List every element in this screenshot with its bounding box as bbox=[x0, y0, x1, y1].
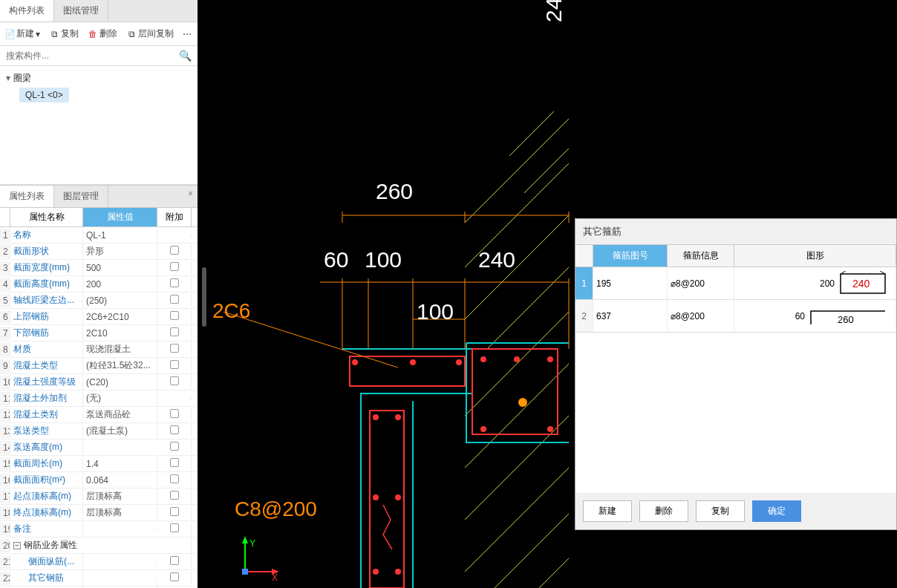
dlg-row-info[interactable]: ⌀8@200 bbox=[668, 267, 734, 299]
prop-value[interactable]: 2C6+2C10 bbox=[83, 310, 157, 324]
prop-value[interactable]: 泵送商品砼 bbox=[83, 407, 157, 422]
delete-button[interactable]: 🗑删除 bbox=[85, 25, 120, 42]
prop-group[interactable]: −钢筋业务属性 bbox=[10, 538, 192, 553]
prop-value[interactable]: 500 bbox=[83, 261, 157, 275]
property-row[interactable]: 6 上部钢筋 2C6+2C10 bbox=[0, 309, 198, 325]
prop-check[interactable] bbox=[157, 277, 192, 291]
prop-value[interactable]: 现浇混凝土 bbox=[83, 342, 157, 357]
prop-value[interactable] bbox=[83, 577, 157, 580]
property-row[interactable]: 14 泵送高度(m) bbox=[0, 440, 198, 456]
prop-check[interactable] bbox=[157, 424, 192, 438]
prop-value[interactable]: (C20) bbox=[83, 376, 157, 389]
property-row[interactable]: 4 截面高度(mm) 200 bbox=[0, 276, 198, 293]
property-row[interactable]: 19 备注 bbox=[0, 521, 198, 538]
prop-check[interactable] bbox=[157, 457, 192, 471]
prop-value[interactable]: 层顶标高 bbox=[83, 505, 157, 520]
property-row[interactable]: 13 泵送类型 (混凝土泵) bbox=[0, 423, 198, 440]
stirrup-row[interactable]: 2 637 ⌀8@200 60 260 bbox=[575, 300, 896, 333]
dlg-row-shape[interactable]: 60 260 bbox=[734, 300, 896, 332]
tab-properties[interactable]: 属性列表 bbox=[0, 186, 54, 207]
property-row[interactable]: 16 截面面积(m²) 0.064 bbox=[0, 472, 198, 489]
prop-check[interactable] bbox=[157, 397, 192, 400]
prop-check[interactable] bbox=[157, 261, 192, 275]
prop-value[interactable]: 层顶标高 bbox=[83, 489, 157, 504]
prop-value[interactable]: (250) bbox=[83, 294, 157, 307]
floor-copy-button[interactable]: ⧉层间复制 bbox=[123, 25, 177, 42]
prop-check[interactable] bbox=[157, 244, 192, 258]
prop-value[interactable]: 200 bbox=[83, 278, 157, 291]
dlg-copy-button[interactable]: 复制 bbox=[696, 500, 745, 522]
prop-check[interactable] bbox=[157, 555, 192, 569]
prop-value[interactable]: (无) bbox=[83, 391, 157, 406]
more-button[interactable]: ⋯ bbox=[180, 27, 195, 42]
prop-value[interactable] bbox=[83, 528, 157, 531]
prop-value[interactable]: 0.064 bbox=[83, 474, 157, 487]
prop-value[interactable] bbox=[83, 446, 157, 449]
property-row[interactable]: 9 混凝土类型 (粒径31.5砼32... bbox=[0, 358, 198, 374]
prop-value[interactable]: (粒径31.5砼32... bbox=[83, 358, 157, 373]
prop-check[interactable] bbox=[157, 522, 192, 536]
property-row[interactable]: 7 下部钢筋 2C10 bbox=[0, 325, 198, 342]
dlg-row-id[interactable]: 637 bbox=[593, 300, 668, 332]
dlg-row-shape[interactable]: 200 240 bbox=[734, 267, 896, 299]
property-row[interactable]: 2 截面形状 异形 bbox=[0, 244, 198, 260]
prop-check[interactable] bbox=[157, 375, 192, 389]
prop-check[interactable] bbox=[157, 408, 192, 422]
prop-check[interactable] bbox=[157, 506, 192, 520]
dlg-row-id[interactable]: 195 bbox=[593, 267, 668, 299]
collapse-icon[interactable]: − bbox=[13, 542, 21, 549]
property-row[interactable]: 18 终点顶标高(m) 层顶标高 bbox=[0, 505, 198, 521]
property-row[interactable]: 3 截面宽度(mm) 500 bbox=[0, 260, 198, 276]
prop-value[interactable]: 2C10 bbox=[83, 327, 157, 340]
close-icon[interactable]: × bbox=[188, 189, 193, 199]
prop-check[interactable] bbox=[157, 489, 192, 503]
prop-value[interactable]: 1.4 bbox=[83, 457, 157, 471]
tree-root[interactable]: ▾圈梁 bbox=[6, 71, 192, 86]
prop-value[interactable]: QL-1 bbox=[83, 229, 157, 242]
copy-button[interactable]: ⧉复制 bbox=[46, 25, 82, 42]
dlg-header-shape[interactable]: 图形 bbox=[734, 245, 896, 267]
prop-check[interactable] bbox=[157, 326, 192, 340]
dlg-row-info[interactable]: ⌀8@200 bbox=[668, 300, 734, 332]
tab-drawing-mgmt[interactable]: 图纸管理 bbox=[54, 0, 108, 22]
search-row: 🔍 bbox=[0, 46, 198, 66]
property-row[interactable]: 11 混凝土外加剂 (无) bbox=[0, 391, 198, 407]
prop-value[interactable]: 异形 bbox=[83, 244, 157, 259]
property-row[interactable]: 1 名称 QL-1 bbox=[0, 227, 198, 244]
property-row[interactable]: 8 材质 现浇混凝土 bbox=[0, 342, 198, 358]
property-sub-row[interactable]: 21 侧面纵筋(... bbox=[0, 554, 198, 570]
tab-component-list[interactable]: 构件列表 bbox=[0, 0, 54, 22]
dlg-header-id[interactable]: 箍筋图号 bbox=[593, 245, 668, 267]
property-row[interactable]: 17 起点顶标高(m) 层顶标高 bbox=[0, 489, 198, 505]
dlg-header-info[interactable]: 箍筋信息 bbox=[668, 245, 734, 267]
shape-dim: 200 bbox=[820, 278, 835, 289]
tree-item-ql1[interactable]: QL-1 <0> bbox=[19, 88, 69, 102]
dlg-new-button[interactable]: 新建 bbox=[583, 500, 632, 522]
prop-check[interactable] bbox=[157, 234, 192, 237]
dlg-ok-button[interactable]: 确定 bbox=[752, 500, 801, 522]
dlg-delete-button[interactable]: 删除 bbox=[639, 500, 688, 522]
prop-check[interactable] bbox=[157, 571, 192, 585]
prop-name: 截面宽度(mm) bbox=[10, 260, 83, 275]
prop-check[interactable] bbox=[157, 342, 192, 356]
row-num: 15 bbox=[0, 457, 10, 471]
property-row[interactable]: 15 截面周长(m) 1.4 bbox=[0, 456, 198, 472]
tab-layers[interactable]: 图层管理 bbox=[54, 186, 108, 207]
property-row[interactable]: 5 轴线距梁左边... (250) bbox=[0, 293, 198, 309]
stirrup-row[interactable]: 1 195 ⌀8@200 200 240 bbox=[575, 267, 896, 300]
prop-check[interactable] bbox=[157, 359, 192, 373]
prop-value[interactable]: (混凝土泵) bbox=[83, 423, 157, 439]
new-button[interactable]: 📄新建▾ bbox=[1, 25, 43, 42]
prop-check[interactable] bbox=[157, 293, 192, 307]
search-icon[interactable]: 🔍 bbox=[176, 50, 195, 62]
property-row[interactable]: 10 混凝土强度等级 (C20) bbox=[0, 374, 198, 391]
prop-check[interactable] bbox=[157, 440, 192, 454]
property-group-row[interactable]: 20 −钢筋业务属性 bbox=[0, 538, 198, 554]
property-row[interactable]: 12 混凝土类别 泵送商品砼 bbox=[0, 407, 198, 423]
property-sub-row[interactable]: 22 其它钢筋 bbox=[0, 570, 198, 587]
prop-check[interactable] bbox=[157, 473, 192, 487]
prop-check[interactable] bbox=[157, 310, 192, 324]
scrollbar[interactable] bbox=[202, 267, 206, 327]
search-input[interactable] bbox=[3, 48, 176, 64]
prop-value[interactable] bbox=[83, 561, 157, 564]
